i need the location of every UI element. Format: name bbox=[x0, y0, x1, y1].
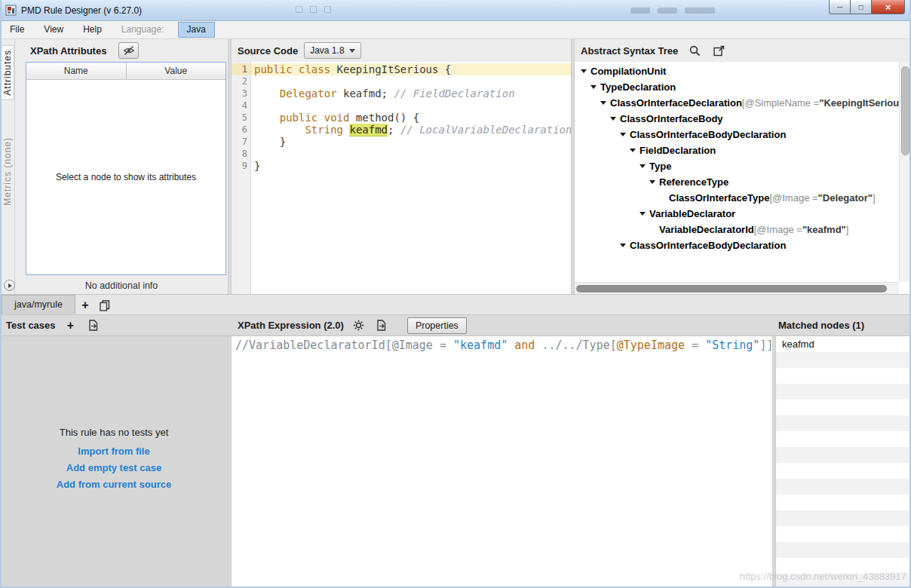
titlebar[interactable]: PMD Rule Designer (v 6.27.0) ─ □ × bbox=[0, 0, 911, 21]
matched-nodes-title: Matched nodes (1) bbox=[778, 320, 864, 331]
attributes-table[interactable]: Name Value Select a node to show its att… bbox=[26, 62, 226, 275]
export-testcases-button[interactable] bbox=[86, 318, 101, 333]
expander-icon[interactable] bbox=[620, 243, 626, 247]
scrollbar-thumb[interactable] bbox=[576, 285, 887, 292]
ast-node-referencetype[interactable]: ReferenceType bbox=[575, 174, 899, 190]
code-line-9[interactable]: } bbox=[251, 160, 571, 172]
tab-java-myrule[interactable]: java/myrule bbox=[2, 295, 75, 314]
code-line-5[interactable]: public void method() { bbox=[251, 112, 571, 124]
ast-node-attr: [@Image = bbox=[754, 224, 802, 235]
code-line-4[interactable] bbox=[251, 100, 571, 112]
ast-node-variabledeclaratorid[interactable]: VariableDeclaratorId [@Image = "keafmd"] bbox=[575, 222, 899, 237]
ast-node-classorinterfacetype[interactable]: ClassOrInterfaceType [@Image = "Delegato… bbox=[575, 190, 899, 206]
tests-empty-message: This rule has no tests yet bbox=[0, 427, 228, 438]
plus-icon: + bbox=[81, 299, 88, 311]
column-header-name[interactable]: Name bbox=[26, 63, 127, 80]
code-line-2[interactable] bbox=[251, 75, 571, 87]
menu-item-file[interactable]: File bbox=[0, 21, 34, 38]
ast-node-attr: [@Image = bbox=[769, 192, 817, 204]
line-number: 6 bbox=[232, 124, 250, 136]
tab-attributes[interactable]: Attributes bbox=[1, 45, 14, 100]
expander-icon[interactable] bbox=[649, 180, 655, 184]
scrollbar-thumb[interactable] bbox=[901, 66, 909, 155]
code-line-3[interactable]: Delegator keafmd; // FieldDeclaration bbox=[251, 87, 571, 100]
line-number: 7 bbox=[232, 136, 250, 148]
ast-node-compilationunit[interactable]: CompilationUnit bbox=[575, 63, 899, 79]
ast-node-classorinterfacebody[interactable]: ClassOrInterfaceBody bbox=[575, 111, 899, 127]
ast-node-label: ClassOrInterfaceType bbox=[669, 192, 769, 204]
xpath-segment: "keafmd" bbox=[453, 338, 508, 352]
ast-node-type[interactable]: Type bbox=[575, 158, 899, 174]
minimize-button[interactable]: ─ bbox=[829, 0, 851, 14]
xpath-expression[interactable]: //VariableDeclaratorId[@Image = "keafmd"… bbox=[235, 338, 768, 353]
export-icon bbox=[376, 320, 387, 331]
code-line-6[interactable]: String keafmd; // LocalVariableDeclarati… bbox=[251, 124, 571, 136]
ast-horizontal-scrollbar[interactable] bbox=[575, 282, 899, 294]
matched-node-item[interactable]: keafmd bbox=[776, 336, 911, 352]
xpath-segment: and bbox=[514, 338, 535, 352]
menu-item-help[interactable]: Help bbox=[73, 21, 112, 38]
ast-node-fielddeclaration[interactable]: FieldDeclaration bbox=[575, 142, 899, 158]
code-segment: public void bbox=[280, 112, 350, 124]
code-segment: public class bbox=[254, 63, 337, 75]
ast-node-typedeclaration[interactable]: TypeDeclaration bbox=[575, 79, 899, 95]
code-line-1[interactable]: public class KeepingItSerious { bbox=[251, 63, 571, 75]
ast-node-classorinterfacebodydeclaration[interactable]: ClassOrInterfaceBodyDeclaration bbox=[575, 127, 899, 142]
expander-icon[interactable] bbox=[620, 133, 626, 136]
xpath-segment bbox=[508, 338, 514, 352]
add-test-case-button[interactable]: + bbox=[63, 317, 78, 335]
expander-icon[interactable] bbox=[590, 85, 597, 89]
add-rule-button[interactable]: + bbox=[75, 296, 95, 314]
ast-node-classorinterfacebodydeclaration[interactable]: ClassOrInterfaceBodyDeclaration bbox=[575, 237, 899, 253]
expander-icon[interactable] bbox=[640, 164, 646, 168]
link-add-from-current-source[interactable]: Add from current source bbox=[0, 479, 228, 490]
expander-icon[interactable] bbox=[640, 212, 646, 216]
maximize-button[interactable]: □ bbox=[850, 0, 872, 14]
xpath-expression-editor[interactable]: //VariableDeclaratorId[@Image = "keafmd"… bbox=[232, 336, 772, 588]
expand-panel-button[interactable] bbox=[4, 280, 15, 291]
code-segment: ; bbox=[388, 124, 400, 136]
xpath-segment: "String" bbox=[705, 338, 759, 352]
ast-open-external-button[interactable] bbox=[711, 43, 726, 58]
code-line-7[interactable]: } bbox=[251, 136, 571, 148]
tab-metrics[interactable]: Metrics (none) bbox=[2, 133, 14, 210]
ast-node-classorinterfacedeclaration[interactable]: ClassOrInterfaceDeclaration [@SimpleName… bbox=[575, 95, 899, 111]
matched-nodes-list: keafmd bbox=[776, 336, 911, 352]
copy-rule-button[interactable] bbox=[95, 296, 115, 314]
menu-bar: FileViewHelpLanguage:Java bbox=[0, 21, 911, 39]
ast-node-label: Type bbox=[649, 161, 671, 172]
expander-icon[interactable] bbox=[630, 149, 636, 152]
toggle-hidden-attributes-button[interactable] bbox=[118, 42, 139, 59]
ast-search-button[interactable] bbox=[687, 43, 702, 58]
ast-node-attr-value: "Delegator" bbox=[818, 192, 873, 204]
expander-icon[interactable] bbox=[600, 101, 606, 105]
link-import-from-file[interactable]: Import from file bbox=[0, 446, 228, 457]
properties-button[interactable]: Properties bbox=[407, 317, 467, 334]
window-title: PMD Rule Designer (v 6.27.0) bbox=[21, 5, 142, 16]
ast-node-variabledeclarator[interactable]: VariableDeclarator bbox=[575, 206, 899, 222]
export-icon bbox=[88, 320, 99, 331]
source-code-panel: Source Code Java 1.8 123456789 public cl… bbox=[232, 39, 571, 294]
menu-item-java[interactable]: Java bbox=[178, 22, 215, 38]
menu-item-view[interactable]: View bbox=[34, 21, 73, 38]
close-button[interactable]: × bbox=[871, 0, 905, 14]
ast-node-attr: ] bbox=[846, 224, 849, 235]
expander-icon[interactable] bbox=[581, 69, 587, 73]
link-add-empty-test-case[interactable]: Add empty test case bbox=[0, 462, 228, 473]
app-icon bbox=[5, 5, 17, 16]
source-code-editor[interactable]: 123456789 public class KeepingItSerious … bbox=[232, 62, 571, 294]
code-area[interactable]: public class KeepingItSerious { Delegato… bbox=[251, 62, 571, 294]
xpath-settings-button[interactable] bbox=[351, 318, 367, 333]
column-header-value[interactable]: Value bbox=[127, 63, 226, 80]
export-xpath-button[interactable] bbox=[374, 318, 389, 333]
ast-node-label: FieldDeclaration bbox=[640, 145, 716, 156]
language-version-select[interactable]: Java 1.8 bbox=[304, 42, 360, 59]
code-line-8[interactable] bbox=[251, 148, 571, 160]
expander-icon[interactable] bbox=[610, 117, 616, 121]
ast-node-attr-value: "keafmd" bbox=[802, 224, 846, 235]
ast-title: Abstract Syntax Tree bbox=[581, 45, 678, 57]
ast-tree[interactable]: CompilationUnitTypeDeclarationClassOrInt… bbox=[575, 62, 899, 282]
code-segment: } bbox=[254, 160, 260, 172]
pmd-rule-designer-window: PMD Rule Designer (v 6.27.0) ─ □ × FileV… bbox=[0, 0, 911, 588]
bottom-headers: Test cases + XPath Expression (2.0) bbox=[0, 315, 911, 336]
